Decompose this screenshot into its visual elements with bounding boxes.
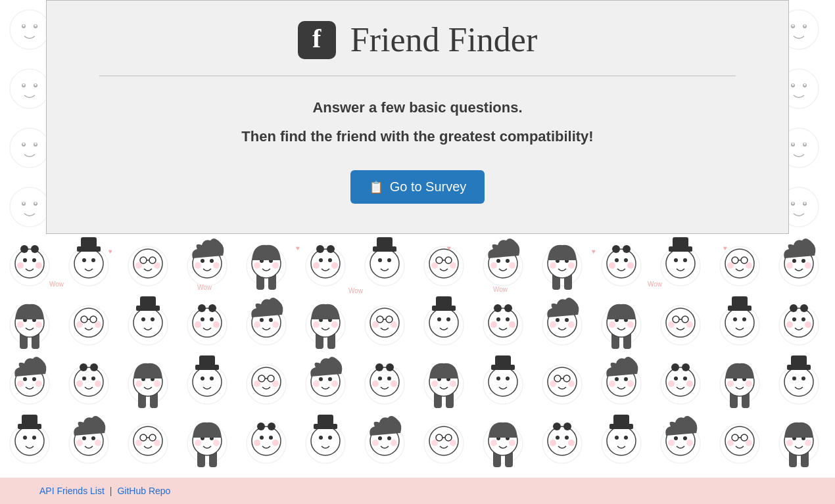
tagline-2: Then find the friend with the greatest c… [99, 128, 736, 145]
footer: API Friends List | GitHub Repo [0, 478, 835, 504]
tagline-1: Answer a few basic questions. [99, 99, 736, 116]
info-card: f Friend Finder Answer a few basic quest… [46, 0, 789, 234]
fb-letter: f [312, 26, 321, 55]
page: f Friend Finder Answer a few basic quest… [0, 0, 835, 504]
svg-text:♥: ♥ [108, 248, 112, 255]
go-to-survey-button[interactable]: 📋 Go to Survey [350, 170, 485, 204]
svg-text:♥: ♥ [723, 244, 727, 252]
face-pattern-area: Wow ♥ Wow ♥ Wow ♥ Wow ♥ Wow ♥ [0, 234, 835, 504]
svg-point-32 [0, 234, 14, 248]
svg-point-7 [0, 234, 14, 248]
svg-point-24 [6, 234, 12, 239]
svg-point-36 [6, 234, 12, 239]
svg-rect-31 [2, 241, 10, 260]
svg-text:Wow: Wow [648, 281, 663, 288]
svg-text:Wow: Wow [197, 284, 212, 291]
svg-text:♥: ♥ [447, 244, 451, 252]
app-title: Friend Finder [350, 20, 538, 59]
card-divider [99, 76, 736, 76]
card-header: f Friend Finder [99, 20, 736, 76]
github-repo-link[interactable]: GitHub Repo [117, 486, 170, 496]
svg-point-25 [0, 234, 14, 248]
facebook-icon: f [298, 21, 336, 59]
svg-text:♥: ♥ [592, 248, 596, 255]
faces-svg: Wow ♥ Wow ♥ Wow ♥ Wow ♥ Wow ♥ [0, 234, 835, 497]
svg-text:Wow: Wow [493, 286, 508, 293]
card-body: Answer a few basic questions. Then find … [99, 99, 736, 204]
svg-text:♥: ♥ [296, 244, 300, 252]
survey-button-label: Go to Survey [390, 179, 467, 195]
api-friends-list-link[interactable]: API Friends List [39, 486, 105, 496]
content-overlay: f Friend Finder Answer a few basic quest… [0, 0, 835, 504]
svg-point-19 [0, 234, 14, 248]
svg-point-13 [6, 234, 12, 239]
svg-text:Wow: Wow [348, 287, 364, 294]
svg-point-29 [6, 234, 12, 239]
footer-separator: | [110, 486, 112, 496]
svg-text:Wow: Wow [49, 281, 64, 288]
survey-icon: 📋 [369, 180, 383, 195]
svg-point-14 [0, 234, 14, 248]
card-area: f Friend Finder Answer a few basic quest… [0, 0, 835, 234]
